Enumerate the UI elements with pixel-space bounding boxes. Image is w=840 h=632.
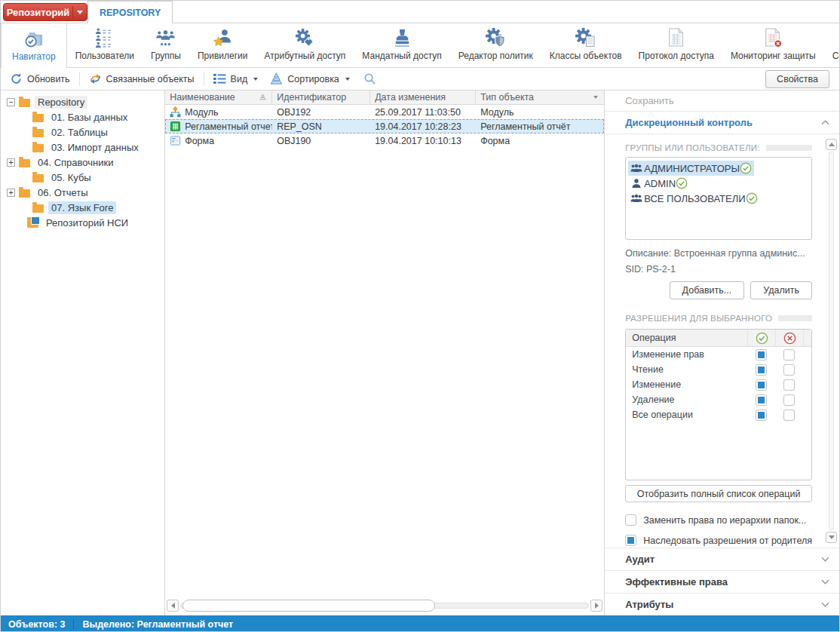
column-header-identifier[interactable]: Идентификатор xyxy=(272,91,370,104)
properties-button[interactable]: Свойства xyxy=(765,70,829,88)
ribbon-item-users[interactable]: Пользователи xyxy=(67,23,143,67)
label-fill-bar xyxy=(766,145,812,151)
tree-item-reports[interactable]: + 06. Отчеты xyxy=(1,185,164,200)
sort-label: Сортировка xyxy=(287,74,339,84)
status-bar: Объектов: 3 Выделено: Регламентный отчет xyxy=(1,615,839,632)
vertical-scrollbar[interactable] xyxy=(826,139,837,543)
navigator-folder-check-icon xyxy=(23,29,44,49)
horizontal-scrollbar[interactable] xyxy=(167,599,602,612)
deny-checkbox[interactable] xyxy=(783,379,795,391)
inherit-permissions-checkbox[interactable] xyxy=(625,535,636,546)
allow-checkbox[interactable] xyxy=(756,410,767,421)
scroll-right-arrow[interactable] xyxy=(590,600,602,612)
column-header-type[interactable]: Тип объекта xyxy=(476,91,604,104)
search-button[interactable] xyxy=(360,70,380,87)
column-header-name[interactable]: Наименование xyxy=(165,91,272,104)
tree-item-cubes[interactable]: 05. Кубы xyxy=(1,170,164,185)
expand-expander-icon[interactable]: + xyxy=(7,158,15,167)
gear-tag-icon xyxy=(295,28,315,48)
tree-item-label: 01. Базы данных xyxy=(48,111,130,124)
tree-item-databases[interactable]: 01. Базы данных xyxy=(1,109,164,124)
tree-item-label: 02. Таблицы xyxy=(48,126,111,139)
ribbon-item-groups[interactable]: Группы xyxy=(143,23,189,67)
ribbon-item-label: Мандатный доступ xyxy=(362,51,441,61)
ribbon-item-object-classes[interactable]: Классы объектов xyxy=(541,23,630,67)
tree-item-dictionaries[interactable]: + 04. Справочники xyxy=(1,155,164,170)
groups-users-label: ГРУППЫ ИЛИ ПОЛЬЗОВАТЕЛИ: xyxy=(625,143,760,152)
object-list: Наименование Идентификатор Дата изменени… xyxy=(165,91,605,615)
allow-checkbox[interactable] xyxy=(756,364,767,376)
folder-icon xyxy=(32,114,44,122)
add-button[interactable]: Добавить... xyxy=(670,281,745,299)
section-header-effective-rights[interactable]: Эффективные права xyxy=(605,570,839,593)
tree-item-data-import[interactable]: 03. Импорт данных xyxy=(1,140,164,155)
deny-checkbox[interactable] xyxy=(783,364,795,376)
allow-checkbox[interactable] xyxy=(756,349,767,360)
group-item-administrators[interactable]: АДМИНИСТРАТОРЫ xyxy=(628,161,754,176)
deny-checkbox[interactable] xyxy=(783,349,795,360)
related-objects-button[interactable]: Связанные объекты xyxy=(85,70,198,87)
ribbon-item-security-monitor[interactable]: Мониторинг защиты xyxy=(722,23,824,67)
related-objects-icon xyxy=(89,72,102,85)
group-icon xyxy=(630,163,642,173)
dropdown-caret-icon xyxy=(345,78,350,81)
sort-ascending-icon xyxy=(259,94,267,101)
section-header-audit[interactable]: Аудит xyxy=(605,548,839,570)
allow-checkbox[interactable] xyxy=(756,379,767,391)
refresh-button[interactable]: Обновить xyxy=(6,70,74,87)
tree-item-tables[interactable]: 02. Таблицы xyxy=(1,124,164,140)
tree-item-repository[interactable]: − Repository xyxy=(1,94,164,109)
repository-menu-button[interactable]: Репозиторий xyxy=(3,3,87,21)
scrollbar-track[interactable] xyxy=(180,603,589,609)
expand-expander-icon[interactable]: + xyxy=(7,189,15,197)
column-menu-caret-icon[interactable] xyxy=(593,96,598,99)
list-row-regulated-report[interactable]: Регламентный отчет REP_OSN 19.04.2017 10… xyxy=(165,119,604,133)
show-full-operation-list-button[interactable]: Отобразить полный список операций xyxy=(625,485,812,502)
ribbon-item-access-log[interactable]: Протокол доступа xyxy=(630,23,722,67)
tree-item-fore-language[interactable]: 07. Язык Fore xyxy=(1,200,164,215)
ribbon-item-attribute-access[interactable]: Атрибутный доступ xyxy=(256,23,354,67)
ribbon-item-label: Группы xyxy=(151,51,181,61)
scroll-left-arrow[interactable] xyxy=(167,600,179,612)
column-header-modified[interactable]: Дата изменения xyxy=(370,91,476,104)
section-header-discretionary-control[interactable]: Дискреционный контроль xyxy=(605,112,839,134)
list-row-form[interactable]: Форма OBJ190 19.04.2017 10:10:13 Форма xyxy=(165,133,604,148)
ribbon-item-label: Сервис xyxy=(832,51,840,61)
deny-checkbox[interactable] xyxy=(783,394,795,406)
scrollbar-thumb[interactable] xyxy=(182,600,435,612)
delete-button[interactable]: Удалить xyxy=(750,281,812,299)
refresh-label: Обновить xyxy=(27,74,70,84)
tree-item-label: Репозиторий НСИ xyxy=(43,216,131,229)
collapse-expander-icon[interactable]: − xyxy=(7,98,15,106)
ribbon-item-label: Привилегии xyxy=(198,51,248,61)
ribbon-item-navigator[interactable]: Навигатор xyxy=(1,23,67,68)
ribbon-item-privileges[interactable]: Привилегии xyxy=(189,23,256,67)
list-row-module[interactable]: Модуль OBJ192 25.09.2017 11:03:50 Модуль xyxy=(165,105,604,119)
inherit-permissions-label: Наследовать разрешения от родителя xyxy=(643,535,812,546)
dropdown-caret-icon[interactable] xyxy=(73,11,87,14)
view-dropdown-button[interactable]: Вид xyxy=(210,70,262,87)
dropdown-caret-icon xyxy=(253,78,258,81)
ribbon-item-mandatory-access[interactable]: Мандатный доступ xyxy=(354,23,449,67)
ribbon-item-policy-editor[interactable]: Редактор политик xyxy=(450,23,541,67)
scroll-down-arrow[interactable] xyxy=(826,532,837,543)
save-button[interactable]: Сохранить xyxy=(605,91,839,112)
replace-rights-checkbox[interactable] xyxy=(625,514,636,526)
tree-item-nsi-repository[interactable]: Репозиторий НСИ xyxy=(1,215,164,230)
group-item-admin[interactable]: ADMIN xyxy=(628,176,690,191)
sort-dropdown-button[interactable]: Сортировка xyxy=(266,70,354,87)
ribbon-item-service[interactable]: Сервис xyxy=(824,23,840,67)
scroll-up-arrow[interactable] xyxy=(826,139,837,150)
deny-checkbox[interactable] xyxy=(783,410,795,421)
group-item-all-users[interactable]: ВСЕ ПОЛЬЗОВАТЕЛИ xyxy=(628,191,759,206)
tab-repository[interactable]: REPOSITORY xyxy=(87,1,173,23)
view-label: Вид xyxy=(231,74,248,84)
group-description: Описание: Встроенная группа админис... xyxy=(625,248,812,259)
scrollbar-track[interactable] xyxy=(829,152,834,530)
allow-checkbox[interactable] xyxy=(756,394,767,406)
section-header-attributes[interactable]: Атрибуты xyxy=(605,593,839,615)
refresh-icon xyxy=(10,72,23,85)
groups-list[interactable]: АДМИНИСТРАТОРЫ ADMIN ВСЕ ПОЛЬЗОВАТЕЛИ xyxy=(625,157,812,240)
group-sid: SID: PS-2-1 xyxy=(625,264,812,275)
document-table-icon xyxy=(666,28,686,48)
